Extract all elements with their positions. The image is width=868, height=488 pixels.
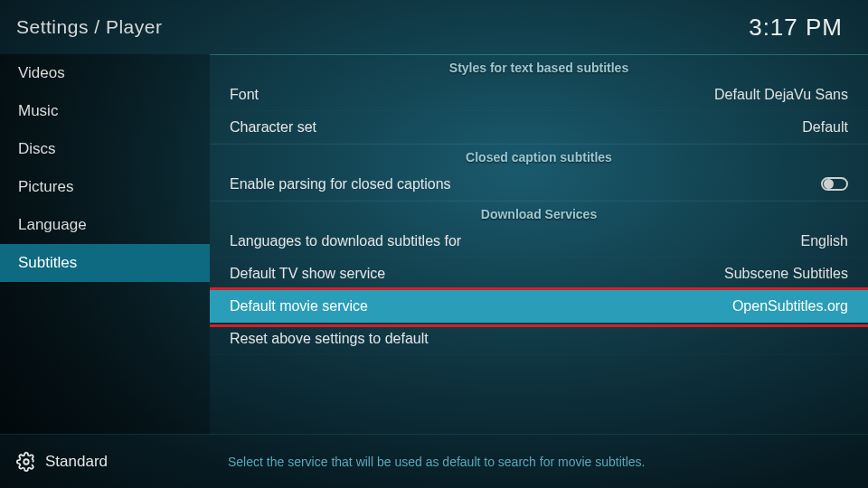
section-header-cc: Closed caption subtitles: [210, 144, 868, 168]
row-font[interactable]: Font Default DejaVu Sans: [210, 79, 868, 111]
section-header-styles: Styles for text based subtitles: [210, 55, 868, 79]
row-tv-service[interactable]: Default TV show service Subscene Subtitl…: [210, 258, 868, 290]
sidebar-item-videos[interactable]: Videos: [0, 54, 210, 92]
row-dl-lang-label: Languages to download subtitles for: [230, 233, 461, 249]
gear-icon: [16, 452, 36, 472]
row-dl-lang[interactable]: Languages to download subtitles for Engl…: [210, 225, 868, 258]
content-panel: Styles for text based subtitles Font Def…: [210, 54, 868, 434]
row-movie-service-label: Default movie service: [230, 298, 368, 314]
row-charset-value: Default: [802, 119, 848, 136]
row-font-value: Default DejaVu Sans: [714, 87, 848, 103]
row-tv-service-value: Subscene Subtitles: [724, 266, 848, 282]
main-area: Videos Music Discs Pictures Language Sub…: [0, 54, 868, 434]
help-text: Select the service that will be used as …: [210, 455, 645, 469]
header: Settings / Player 3:17 PM: [0, 0, 868, 54]
row-font-label: Font: [230, 87, 259, 103]
clock: 3:17 PM: [749, 14, 843, 42]
row-enable-cc-label: Enable parsing for closed captions: [230, 176, 451, 192]
sidebar-item-pictures[interactable]: Pictures: [0, 168, 210, 206]
row-reset-label: Reset above settings to default: [230, 331, 429, 347]
footer: Standard Select the service that will be…: [0, 434, 868, 488]
row-dl-lang-value: English: [801, 233, 848, 249]
row-charset[interactable]: Character set Default: [210, 111, 868, 144]
sidebar-item-subtitles[interactable]: Subtitles: [0, 244, 210, 282]
breadcrumb: Settings / Player: [16, 16, 162, 38]
row-movie-service[interactable]: Default movie service OpenSubtitles.org: [210, 290, 868, 323]
toggle-off-icon[interactable]: [821, 177, 848, 191]
settings-level-button[interactable]: Standard: [16, 452, 210, 472]
sidebar: Videos Music Discs Pictures Language Sub…: [0, 54, 210, 434]
row-charset-label: Character set: [230, 119, 316, 136]
svg-point-0: [24, 459, 29, 465]
row-tv-service-label: Default TV show service: [230, 266, 385, 282]
row-movie-service-value: OpenSubtitles.org: [732, 298, 848, 314]
section-header-download: Download Services: [210, 201, 868, 225]
sidebar-item-discs[interactable]: Discs: [0, 130, 210, 168]
sidebar-item-music[interactable]: Music: [0, 92, 210, 130]
sidebar-item-language[interactable]: Language: [0, 206, 210, 244]
row-enable-cc[interactable]: Enable parsing for closed captions: [210, 168, 868, 201]
settings-level-label: Standard: [45, 453, 108, 471]
row-reset[interactable]: Reset above settings to default: [210, 323, 868, 355]
